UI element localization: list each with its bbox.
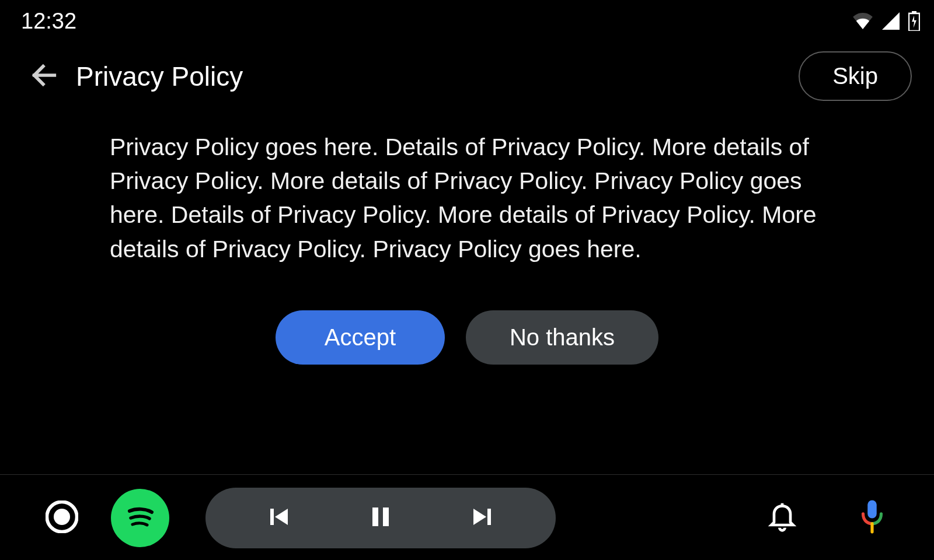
- media-controls: [205, 488, 556, 548]
- status-time: 12:32: [21, 9, 76, 34]
- svg-point-3: [54, 509, 70, 525]
- back-button[interactable]: [29, 61, 60, 92]
- launcher-icon: [46, 501, 78, 536]
- svg-rect-5: [372, 508, 378, 526]
- accept-button[interactable]: Accept: [276, 310, 445, 365]
- page-title: Privacy Policy: [76, 61, 243, 92]
- svg-rect-9: [867, 501, 877, 519]
- launcher-button[interactable]: [43, 499, 81, 537]
- play-pause-button[interactable]: [328, 495, 433, 541]
- svg-rect-6: [383, 508, 389, 526]
- skip-next-icon: [469, 503, 497, 533]
- pause-icon: [367, 503, 395, 533]
- notifications-button[interactable]: [764, 499, 801, 537]
- wifi-icon: [852, 13, 873, 29]
- svg-rect-4: [270, 509, 274, 525]
- decline-button-label: No thanks: [510, 324, 615, 350]
- next-track-button[interactable]: [433, 495, 532, 541]
- skip-button-label: Skip: [832, 63, 878, 89]
- action-row: Accept No thanks: [0, 310, 934, 365]
- policy-text: Privacy Policy goes here. Details of Pri…: [0, 113, 934, 272]
- status-bar: 12:32: [0, 0, 934, 40]
- decline-button[interactable]: No thanks: [466, 310, 658, 365]
- previous-track-button[interactable]: [229, 495, 328, 541]
- svg-rect-7: [487, 509, 491, 525]
- microphone-icon: [857, 499, 887, 537]
- cellular-icon: [881, 12, 900, 30]
- skip-button[interactable]: Skip: [799, 51, 912, 101]
- skip-previous-icon: [264, 503, 292, 533]
- nav-bar: [0, 476, 934, 560]
- spotify-icon: [121, 498, 159, 538]
- assistant-button[interactable]: [853, 499, 891, 537]
- header: Privacy Policy Skip: [0, 40, 934, 113]
- battery-icon: [908, 11, 920, 31]
- divider: [0, 474, 934, 475]
- bell-icon: [766, 501, 799, 536]
- spotify-app-button[interactable]: [111, 489, 169, 547]
- status-icons: [852, 11, 920, 31]
- accept-button-label: Accept: [325, 324, 396, 350]
- arrow-left-icon: [29, 60, 60, 93]
